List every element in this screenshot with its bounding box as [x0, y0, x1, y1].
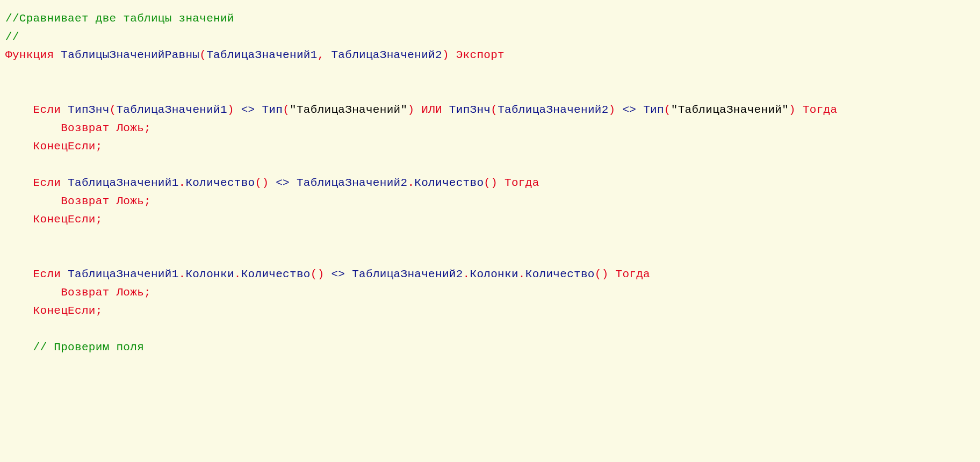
code-line: Если ТаблицаЗначений1.Количество() <> Та…: [5, 174, 975, 192]
code-token: .: [407, 177, 414, 189]
code-token: (: [110, 104, 117, 116]
code-line: [5, 229, 975, 247]
code-token: Тип: [643, 104, 664, 116]
code-token: .: [179, 177, 186, 189]
code-token: Тогда: [505, 177, 539, 189]
code-token: [5, 341, 33, 353]
code-token: (): [311, 268, 325, 280]
code-token: ): [609, 104, 616, 116]
code-line: [5, 247, 975, 265]
code-token: Тогда: [616, 268, 651, 280]
code-token: [442, 104, 449, 116]
code-line: Возврат Ложь;: [5, 284, 975, 302]
code-token: Количество: [414, 177, 484, 189]
code-token: Возврат Ложь;: [61, 195, 151, 207]
code-token: [5, 122, 61, 134]
code-block: //Сравнивает две таблицы значений//Функц…: [0, 0, 980, 366]
code-token: [609, 268, 616, 280]
code-token: .: [463, 268, 470, 280]
code-token: ,: [318, 49, 325, 61]
code-token: (: [199, 49, 206, 61]
code-token: ТипЗнч: [68, 104, 109, 116]
code-token: ТаблицаЗначений1: [68, 268, 178, 280]
code-token: [269, 177, 276, 189]
code-token: [5, 213, 33, 226]
code-token: [325, 268, 332, 280]
code-token: ТаблицаЗначений1: [68, 177, 178, 189]
code-token: ТаблицаЗначений2: [352, 268, 463, 280]
code-token: ТаблицаЗначений2: [297, 177, 407, 189]
code-token: <>: [622, 104, 636, 116]
code-token: ): [789, 104, 796, 116]
code-token: ТаблицаЗначений2: [498, 104, 608, 116]
code-token: Количество: [241, 268, 311, 280]
code-token: (: [664, 104, 671, 116]
code-token: [616, 104, 623, 116]
code-line: КонецЕсли;: [5, 138, 975, 156]
code-token: [54, 49, 61, 61]
code-token: Колонки: [185, 268, 234, 280]
code-token: Если: [33, 177, 61, 189]
code-token: [414, 104, 421, 116]
code-token: Функция: [5, 49, 54, 61]
code-token: ТаблицыЗначенийРавны: [61, 49, 199, 61]
code-token: ТаблицаЗначений1: [206, 49, 317, 61]
code-token: Если: [33, 104, 61, 116]
code-token: //Сравнивает две таблицы значений: [5, 12, 234, 25]
code-token: (: [491, 104, 498, 116]
code-token: ИЛИ: [421, 104, 442, 116]
code-line: //: [5, 28, 975, 46]
code-token: [5, 268, 33, 280]
code-token: "ТаблицаЗначений": [290, 104, 407, 116]
code-line: [5, 83, 975, 101]
code-token: [234, 104, 241, 116]
code-token: Экспорт: [456, 49, 505, 61]
code-token: .: [179, 268, 186, 280]
code-line: КонецЕсли;: [5, 302, 975, 320]
code-line: Возврат Ложь;: [5, 192, 975, 211]
code-token: Количество: [525, 268, 595, 280]
code-line: Если ТипЗнч(ТаблицаЗначений1) <> Тип("Та…: [5, 101, 975, 119]
code-token: [255, 104, 262, 116]
code-token: КонецЕсли;: [33, 140, 103, 153]
code-token: .: [518, 268, 525, 280]
code-line: // Проверим поля: [5, 338, 975, 357]
code-token: [5, 140, 33, 153]
code-token: Если: [33, 268, 61, 280]
code-token: (): [255, 177, 269, 189]
code-token: Колонки: [470, 268, 518, 280]
code-token: [290, 177, 297, 189]
code-token: [498, 177, 505, 189]
code-token: ): [227, 104, 234, 116]
code-token: [636, 104, 643, 116]
code-token: КонецЕсли;: [33, 305, 103, 317]
code-token: [5, 286, 61, 299]
code-token: КонецЕсли;: [33, 213, 103, 226]
code-line: [5, 64, 975, 83]
code-token: [796, 104, 803, 116]
code-token: Тогда: [803, 104, 838, 116]
code-line: Если ТаблицаЗначений1.Колонки.Количество…: [5, 265, 975, 284]
code-token: [325, 49, 332, 61]
code-token: .: [234, 268, 241, 280]
code-line: КонецЕсли;: [5, 211, 975, 229]
code-token: //: [5, 31, 19, 43]
code-line: //Сравнивает две таблицы значений: [5, 10, 975, 28]
code-token: Возврат Ложь;: [61, 286, 151, 299]
code-token: [61, 268, 68, 280]
code-token: [345, 268, 352, 280]
code-token: // Проверим поля: [33, 341, 144, 353]
code-token: ТаблицаЗначений2: [331, 49, 442, 61]
code-token: Количество: [185, 177, 255, 189]
code-token: [61, 177, 68, 189]
code-token: <>: [276, 177, 290, 189]
code-token: (: [283, 104, 290, 116]
code-token: (): [595, 268, 609, 280]
code-token: Тип: [262, 104, 283, 116]
code-line: Функция ТаблицыЗначенийРавны(ТаблицаЗнач…: [5, 46, 975, 64]
code-token: [61, 104, 68, 116]
code-token: [5, 195, 61, 207]
code-token: ): [442, 49, 449, 61]
code-token: [5, 305, 33, 317]
code-token: Возврат Ложь;: [61, 122, 151, 134]
